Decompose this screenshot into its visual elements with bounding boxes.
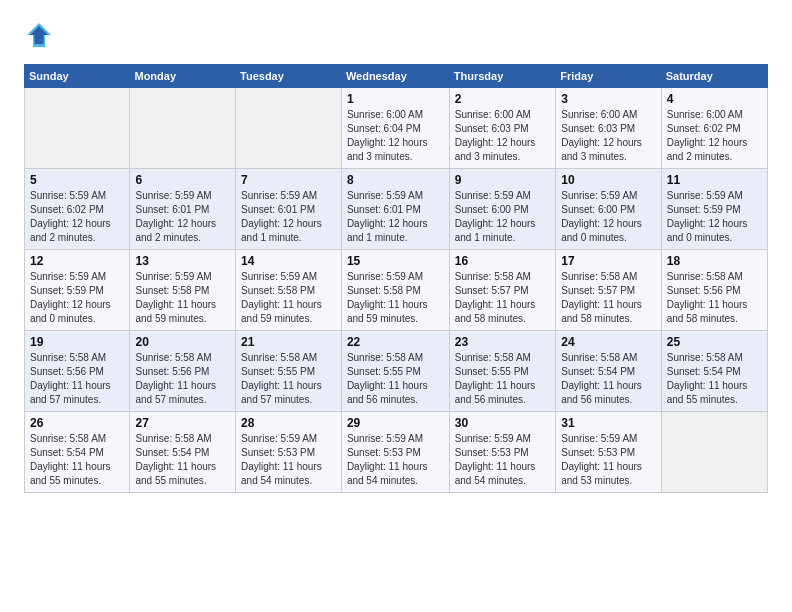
day-info: Sunrise: 5:58 AM Sunset: 5:56 PM Dayligh…	[30, 351, 124, 407]
day-info: Sunrise: 6:00 AM Sunset: 6:03 PM Dayligh…	[455, 108, 551, 164]
day-number: 27	[135, 416, 230, 430]
logo	[24, 20, 58, 50]
day-info: Sunrise: 5:59 AM Sunset: 6:02 PM Dayligh…	[30, 189, 124, 245]
day-info: Sunrise: 5:59 AM Sunset: 6:00 PM Dayligh…	[455, 189, 551, 245]
day-info: Sunrise: 5:59 AM Sunset: 5:53 PM Dayligh…	[561, 432, 655, 488]
day-number: 17	[561, 254, 655, 268]
day-number: 4	[667, 92, 762, 106]
day-info: Sunrise: 6:00 AM Sunset: 6:04 PM Dayligh…	[347, 108, 444, 164]
calendar-cell: 6Sunrise: 5:59 AM Sunset: 6:01 PM Daylig…	[130, 169, 236, 250]
calendar-cell: 10Sunrise: 5:59 AM Sunset: 6:00 PM Dayli…	[556, 169, 661, 250]
day-info: Sunrise: 5:58 AM Sunset: 5:57 PM Dayligh…	[561, 270, 655, 326]
day-number: 8	[347, 173, 444, 187]
weekday-header-wednesday: Wednesday	[341, 65, 449, 88]
calendar-cell: 28Sunrise: 5:59 AM Sunset: 5:53 PM Dayli…	[236, 412, 342, 493]
calendar-week-4: 19Sunrise: 5:58 AM Sunset: 5:56 PM Dayli…	[25, 331, 768, 412]
day-info: Sunrise: 5:59 AM Sunset: 6:01 PM Dayligh…	[135, 189, 230, 245]
weekday-header-monday: Monday	[130, 65, 236, 88]
calendar-cell: 23Sunrise: 5:58 AM Sunset: 5:55 PM Dayli…	[449, 331, 556, 412]
day-info: Sunrise: 6:00 AM Sunset: 6:02 PM Dayligh…	[667, 108, 762, 164]
logo-icon	[24, 20, 54, 50]
calendar-cell: 11Sunrise: 5:59 AM Sunset: 5:59 PM Dayli…	[661, 169, 767, 250]
day-info: Sunrise: 5:58 AM Sunset: 5:54 PM Dayligh…	[135, 432, 230, 488]
calendar-cell: 15Sunrise: 5:59 AM Sunset: 5:58 PM Dayli…	[341, 250, 449, 331]
day-info: Sunrise: 5:58 AM Sunset: 5:54 PM Dayligh…	[30, 432, 124, 488]
calendar-cell: 8Sunrise: 5:59 AM Sunset: 6:01 PM Daylig…	[341, 169, 449, 250]
day-number: 16	[455, 254, 551, 268]
weekday-header-friday: Friday	[556, 65, 661, 88]
svg-marker-1	[30, 26, 48, 44]
page-header	[24, 20, 768, 50]
calendar-cell: 3Sunrise: 6:00 AM Sunset: 6:03 PM Daylig…	[556, 88, 661, 169]
day-number: 25	[667, 335, 762, 349]
day-info: Sunrise: 5:59 AM Sunset: 5:58 PM Dayligh…	[135, 270, 230, 326]
day-number: 15	[347, 254, 444, 268]
calendar-cell: 14Sunrise: 5:59 AM Sunset: 5:58 PM Dayli…	[236, 250, 342, 331]
calendar-cell: 21Sunrise: 5:58 AM Sunset: 5:55 PM Dayli…	[236, 331, 342, 412]
day-number: 1	[347, 92, 444, 106]
calendar-week-1: 1Sunrise: 6:00 AM Sunset: 6:04 PM Daylig…	[25, 88, 768, 169]
day-info: Sunrise: 5:59 AM Sunset: 5:59 PM Dayligh…	[667, 189, 762, 245]
calendar-week-2: 5Sunrise: 5:59 AM Sunset: 6:02 PM Daylig…	[25, 169, 768, 250]
calendar-week-5: 26Sunrise: 5:58 AM Sunset: 5:54 PM Dayli…	[25, 412, 768, 493]
calendar-cell	[130, 88, 236, 169]
calendar-cell: 12Sunrise: 5:59 AM Sunset: 5:59 PM Dayli…	[25, 250, 130, 331]
calendar-cell: 30Sunrise: 5:59 AM Sunset: 5:53 PM Dayli…	[449, 412, 556, 493]
day-number: 2	[455, 92, 551, 106]
calendar-cell: 7Sunrise: 5:59 AM Sunset: 6:01 PM Daylig…	[236, 169, 342, 250]
day-number: 18	[667, 254, 762, 268]
calendar-cell: 5Sunrise: 5:59 AM Sunset: 6:02 PM Daylig…	[25, 169, 130, 250]
day-info: Sunrise: 5:58 AM Sunset: 5:55 PM Dayligh…	[455, 351, 551, 407]
day-number: 9	[455, 173, 551, 187]
day-number: 3	[561, 92, 655, 106]
day-info: Sunrise: 5:58 AM Sunset: 5:55 PM Dayligh…	[347, 351, 444, 407]
calendar-cell: 13Sunrise: 5:59 AM Sunset: 5:58 PM Dayli…	[130, 250, 236, 331]
day-info: Sunrise: 5:58 AM Sunset: 5:55 PM Dayligh…	[241, 351, 336, 407]
day-number: 30	[455, 416, 551, 430]
day-info: Sunrise: 5:59 AM Sunset: 5:53 PM Dayligh…	[347, 432, 444, 488]
day-number: 21	[241, 335, 336, 349]
day-number: 12	[30, 254, 124, 268]
calendar-cell: 18Sunrise: 5:58 AM Sunset: 5:56 PM Dayli…	[661, 250, 767, 331]
calendar-table: SundayMondayTuesdayWednesdayThursdayFrid…	[24, 64, 768, 493]
calendar-cell: 26Sunrise: 5:58 AM Sunset: 5:54 PM Dayli…	[25, 412, 130, 493]
calendar-cell: 2Sunrise: 6:00 AM Sunset: 6:03 PM Daylig…	[449, 88, 556, 169]
day-number: 22	[347, 335, 444, 349]
weekday-header-row: SundayMondayTuesdayWednesdayThursdayFrid…	[25, 65, 768, 88]
day-number: 5	[30, 173, 124, 187]
weekday-header-tuesday: Tuesday	[236, 65, 342, 88]
day-number: 13	[135, 254, 230, 268]
calendar-cell: 16Sunrise: 5:58 AM Sunset: 5:57 PM Dayli…	[449, 250, 556, 331]
weekday-header-thursday: Thursday	[449, 65, 556, 88]
day-number: 26	[30, 416, 124, 430]
day-info: Sunrise: 5:59 AM Sunset: 6:01 PM Dayligh…	[347, 189, 444, 245]
day-info: Sunrise: 5:59 AM Sunset: 6:01 PM Dayligh…	[241, 189, 336, 245]
calendar-cell: 19Sunrise: 5:58 AM Sunset: 5:56 PM Dayli…	[25, 331, 130, 412]
day-info: Sunrise: 5:59 AM Sunset: 5:59 PM Dayligh…	[30, 270, 124, 326]
day-info: Sunrise: 5:59 AM Sunset: 6:00 PM Dayligh…	[561, 189, 655, 245]
day-info: Sunrise: 6:00 AM Sunset: 6:03 PM Dayligh…	[561, 108, 655, 164]
calendar-cell: 25Sunrise: 5:58 AM Sunset: 5:54 PM Dayli…	[661, 331, 767, 412]
day-number: 29	[347, 416, 444, 430]
calendar-cell	[25, 88, 130, 169]
day-info: Sunrise: 5:59 AM Sunset: 5:58 PM Dayligh…	[347, 270, 444, 326]
calendar-cell: 22Sunrise: 5:58 AM Sunset: 5:55 PM Dayli…	[341, 331, 449, 412]
calendar-cell: 20Sunrise: 5:58 AM Sunset: 5:56 PM Dayli…	[130, 331, 236, 412]
calendar-cell: 29Sunrise: 5:59 AM Sunset: 5:53 PM Dayli…	[341, 412, 449, 493]
day-number: 28	[241, 416, 336, 430]
calendar-cell: 24Sunrise: 5:58 AM Sunset: 5:54 PM Dayli…	[556, 331, 661, 412]
calendar-cell: 1Sunrise: 6:00 AM Sunset: 6:04 PM Daylig…	[341, 88, 449, 169]
day-info: Sunrise: 5:59 AM Sunset: 5:53 PM Dayligh…	[241, 432, 336, 488]
day-number: 7	[241, 173, 336, 187]
calendar-cell	[236, 88, 342, 169]
calendar-cell	[661, 412, 767, 493]
day-number: 14	[241, 254, 336, 268]
day-info: Sunrise: 5:58 AM Sunset: 5:57 PM Dayligh…	[455, 270, 551, 326]
day-info: Sunrise: 5:58 AM Sunset: 5:54 PM Dayligh…	[667, 351, 762, 407]
weekday-header-saturday: Saturday	[661, 65, 767, 88]
day-number: 19	[30, 335, 124, 349]
calendar-week-3: 12Sunrise: 5:59 AM Sunset: 5:59 PM Dayli…	[25, 250, 768, 331]
day-info: Sunrise: 5:59 AM Sunset: 5:58 PM Dayligh…	[241, 270, 336, 326]
day-number: 11	[667, 173, 762, 187]
day-number: 23	[455, 335, 551, 349]
